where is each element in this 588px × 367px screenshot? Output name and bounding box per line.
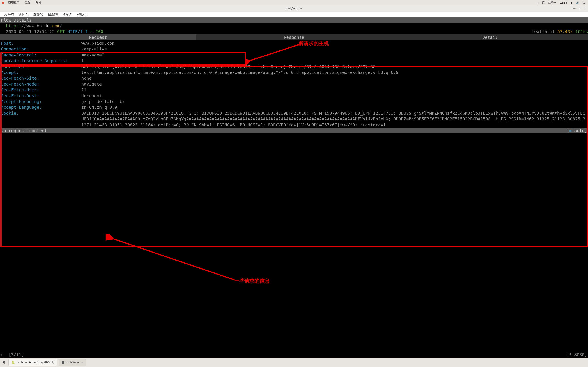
header-row: Host:www.baidu.com	[0, 40, 588, 46]
taskbar-item[interactable]: 🐍 Coder – Demo_1.py (ROOT)	[9, 359, 57, 366]
taskbar-item-label: root@aiyc:~	[66, 361, 83, 364]
pycharm-icon: 🐍	[11, 361, 15, 364]
activities-dot-icon[interactable]	[2, 2, 4, 4]
header-row: Sec-Fetch-User:?1	[0, 87, 588, 93]
terminal-icon	[61, 361, 64, 364]
header-row: Cache-Control:max-age=0	[0, 52, 588, 58]
window-close-button[interactable]: ×	[584, 7, 586, 10]
clock[interactable]: 12:55	[559, 1, 567, 4]
flow-counter: [3/11]	[9, 352, 24, 358]
request-headers: Host:www.baidu.com Connection:keep-alive…	[0, 40, 588, 128]
no-content-label: No request content	[1, 128, 47, 133]
header-row: Sec-Fetch-Mode:navigate	[0, 81, 588, 87]
flow-url: https://www.baidu.com/	[0, 23, 588, 29]
header-row: Sec-Fetch-Site:none	[0, 75, 588, 81]
menu-view[interactable]: 查看(V)	[31, 13, 46, 17]
window-maximize-button[interactable]: ▫	[579, 7, 581, 10]
weekday-label: 星期一	[548, 1, 556, 5]
header-row: Accept-Language:zh-CN,zh;q=0.9	[0, 104, 588, 110]
window-minimize-button[interactable]: —	[573, 7, 576, 10]
window-titlebar[interactable]: root@aiyc:~ — ▫ ×	[0, 5, 588, 12]
header-row: Upgrade-Insecure-Requests:1	[0, 58, 588, 64]
tab-response[interactable]: Response	[196, 34, 392, 40]
menu-help[interactable]: 帮助(H)	[75, 13, 90, 17]
taskbar-item-label: Coder – Demo_1.py (ROOT)	[16, 361, 54, 364]
taskbar-item[interactable]: root@aiyc:~	[59, 359, 86, 366]
menu-terminal[interactable]: 终端(T)	[61, 13, 75, 17]
terminal-viewport[interactable]: Flow Details https://www.baidu.com/ 2020…	[0, 17, 588, 358]
header-row: Connection:keep-alive	[0, 46, 588, 52]
header-row: Sec-Fetch-Dest:document	[0, 93, 588, 99]
mitmproxy-statusbar: ⇅ [3/11] [*:8080]	[0, 352, 588, 358]
menu-edit[interactable]: 编辑(E)	[16, 13, 31, 17]
tab-detail[interactable]: Detail	[392, 34, 588, 40]
a11y-icon[interactable]: ◎	[536, 1, 539, 4]
topbar-menu-terminal[interactable]: 终端	[33, 1, 44, 5]
show-desktop-icon[interactable]: ▣	[0, 361, 7, 364]
network-icon[interactable]: ▲	[571, 1, 573, 4]
tab-request[interactable]: Request	[0, 34, 196, 40]
flow-info-line: 2020-05-11 12:54:25 GET HTTP/1.1 ← 200 t…	[0, 29, 588, 34]
flow-details-header: Flow Details	[0, 17, 588, 23]
topbar-menu-apps[interactable]: 应用程序	[6, 1, 22, 5]
menu-search[interactable]: 搜索(S)	[46, 13, 61, 17]
listen-addr: [*:8080]	[567, 352, 587, 358]
desktop-topbar: 应用程序 位置 终端 ◎ 英 星期一 12:55 ▲ 🔊 ⏻	[0, 0, 588, 6]
system-tray: ◎ 英 星期一 12:55 ▲ 🔊 ⏻	[536, 1, 588, 5]
power-icon[interactable]: ⏻	[582, 1, 585, 4]
header-row: Accept-Encoding:gzip, deflate, br	[0, 99, 588, 104]
header-row: Cookie:BAIDUID=25BCDC931EAAD980CB334539B…	[0, 110, 588, 128]
window-title: root@aiyc:~	[285, 7, 303, 10]
header-row: Accept:text/html,application/xhtml+xml,a…	[0, 69, 588, 75]
flows-icon: ⇅	[1, 352, 3, 358]
request-content-status: No request content [m:auto]	[0, 128, 588, 133]
menu-file[interactable]: 文件(F)	[2, 13, 16, 17]
volume-icon[interactable]: 🔊	[576, 1, 579, 4]
ime-indicator[interactable]: 英	[542, 1, 545, 5]
desktop-taskbar: ▣ 🐍 Coder – Demo_1.py (ROOT) root@aiyc:~	[0, 358, 588, 367]
terminal-menubar: 文件(F) 编辑(E) 查看(V) 搜索(S) 终端(T) 帮助(H)	[0, 12, 588, 17]
topbar-menu-places[interactable]: 位置	[22, 1, 33, 5]
header-row: User-Agent:Mozilla/5.0 (Windows NT 10.0;…	[0, 64, 588, 69]
flow-tabs: Request Response Detail	[0, 34, 588, 40]
